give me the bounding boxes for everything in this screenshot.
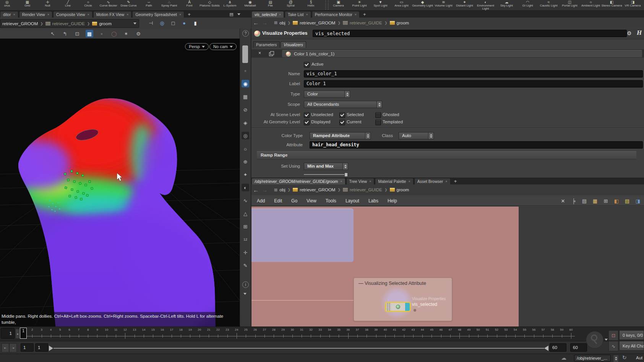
tab-take-list[interactable]: Take List× (285, 11, 311, 18)
select-tool-icon[interactable]: ↖ (49, 30, 57, 37)
visualizer-name-field[interactable]: vis_selected (313, 30, 627, 37)
grid-overview-icon[interactable]: ▦ (591, 197, 599, 205)
shelf-tool-spot-light[interactable]: ▼Spot Light (370, 0, 391, 10)
grid-snap-icon[interactable]: ⊞ (242, 223, 249, 230)
shelf-tool-path[interactable]: ∽Path (139, 0, 159, 10)
class-spinner-icon[interactable] (428, 132, 434, 139)
shelf-tool-camera[interactable]: ▣Camera (328, 0, 349, 10)
breadcrumb-groom[interactable]: groom (388, 187, 411, 193)
frame-36[interactable]: 36 (346, 328, 350, 331)
persp-view-button[interactable]: Persp (185, 43, 209, 50)
cleanup-icon[interactable]: ✕ (559, 197, 567, 205)
shelf-tool-file[interactable]: ▤File (260, 0, 281, 10)
shelf-tool-gi-light[interactable]: ◠GI Light (517, 0, 538, 10)
frame-29[interactable]: 29 (281, 328, 285, 331)
frame-28[interactable]: 28 (272, 328, 276, 331)
message-log-icon[interactable]: ☁ (561, 355, 566, 361)
frame-15[interactable]: 15 (151, 328, 155, 331)
go-to-end-icon[interactable]: ⇥ (9, 343, 17, 352)
visibility-icon[interactable]: ◉ (242, 80, 249, 87)
frame-25[interactable]: 25 (244, 328, 248, 331)
frame-37[interactable]: 37 (356, 328, 359, 331)
frame-18[interactable]: 18 (179, 328, 183, 331)
frame-51[interactable]: 51 (486, 328, 489, 331)
frame-55[interactable]: 55 (523, 328, 526, 331)
frame-27[interactable]: 27 (263, 328, 266, 331)
net-forward-arrow-icon[interactable]: → (262, 187, 268, 193)
range-right-handle[interactable] (544, 346, 548, 351)
ramp-slider[interactable] (304, 174, 346, 175)
frame-33[interactable]: 33 (318, 328, 322, 331)
shelf-tool-volume-light[interactable]: ≋Volume Light (433, 0, 454, 10)
shelf-tool-spiral[interactable]: @Spiral (281, 0, 301, 10)
visualizer-entry[interactable]: Color 1 (vis_color_1) (282, 50, 642, 57)
frame-47[interactable]: 47 (449, 328, 452, 331)
menu-view[interactable]: View (307, 198, 316, 204)
frame-59[interactable]: 59 (560, 328, 563, 331)
frame-11[interactable]: 11 (114, 328, 117, 331)
breadcrumb-groom[interactable]: groom (388, 20, 411, 26)
tab-vis-selected[interactable]: vis_selected× (251, 11, 284, 18)
ghost-geometry-icon[interactable]: ◈ (242, 119, 249, 126)
net-back-arrow-icon[interactable]: ← (253, 187, 259, 193)
menu-layout[interactable]: Layout (346, 198, 359, 204)
select-visible-icon[interactable]: ✦ (242, 171, 249, 178)
frame-46[interactable]: 46 (439, 328, 443, 331)
range-end-field[interactable]: 60 (550, 343, 566, 352)
close-tab-icon[interactable]: × (408, 179, 410, 183)
keys-status-button[interactable]: 0 keys, 0/0 (619, 330, 644, 340)
tab-geometry-spreadsheet[interactable]: Geometry Spreadsheet× (132, 11, 184, 18)
scene-path-field[interactable]: retriever_GROOM❯retriever_GUIDE❯groom (0, 19, 139, 28)
ghosted-checkbox[interactable] (375, 112, 381, 118)
pane-dropdown-icon[interactable] (237, 13, 240, 15)
copy-visualizer-icon[interactable] (269, 51, 273, 55)
snapping-icon[interactable]: ✶ (122, 30, 130, 37)
new-tab-button[interactable]: + (360, 11, 369, 18)
stroke-icon[interactable]: ∿ (242, 197, 249, 204)
frame-19[interactable]: 19 (188, 328, 192, 331)
set-using-dropdown[interactable]: Min and Max (304, 163, 348, 170)
refresh-icon[interactable]: ↻ (622, 354, 627, 360)
ramp-range-section[interactable]: Ramp Range (257, 151, 636, 159)
frame-6[interactable]: 6 (68, 328, 70, 331)
shelf-tool-curve-bezier[interactable]: ∿Curve Bezier (98, 0, 118, 10)
frame-41[interactable]: 41 (393, 328, 396, 331)
menu-labs[interactable]: Labs (368, 198, 378, 204)
frame-20[interactable]: 20 (198, 328, 201, 331)
selected-checkbox[interactable] (339, 112, 345, 118)
go-to-start-icon[interactable]: ⇤ (2, 343, 9, 352)
frame-2[interactable]: 2 (31, 328, 33, 331)
tab-motion-fx-view[interactable]: Motion FX View× (93, 11, 132, 18)
animation-editor-icon[interactable]: ∿ (608, 341, 618, 351)
dots-grid-icon[interactable]: ⊞ (602, 197, 610, 205)
close-tab-icon[interactable]: × (355, 13, 357, 16)
shelf-tool-stereo-camera[interactable]: ◧Stereo Camera (601, 0, 622, 10)
frame-ruler[interactable]: 1 ◂ ▸ 1234567891011121314151617181920212… (0, 326, 644, 341)
node-display-flag[interactable] (405, 303, 410, 311)
frame-30[interactable]: 30 (290, 328, 294, 331)
lasso-select-icon[interactable]: ↰ (61, 30, 69, 37)
menu-help[interactable]: Help (388, 198, 397, 204)
view-camera-icon[interactable]: ◎ (242, 132, 249, 139)
frame-32[interactable]: 32 (309, 328, 313, 331)
active-checkbox[interactable] (304, 62, 310, 68)
breadcrumb-obj[interactable]: ⊞obj (272, 187, 287, 193)
frame-21[interactable]: 21 (207, 328, 211, 331)
frame-14[interactable]: 14 (142, 328, 146, 331)
scene-viewport[interactable]: Persp No cam Middle pans. Right dollies.… (0, 39, 240, 326)
keyframe-settings-icon[interactable]: ⊡ (608, 330, 618, 341)
shelf-tool-spray-paint[interactable]: ∴Spray Paint (159, 0, 179, 10)
frame-42[interactable]: 42 (402, 328, 406, 331)
linked-view-icon[interactable]: ◎ (158, 19, 166, 27)
breadcrumb-retriever-groom[interactable]: retriever_GROOM (0, 21, 40, 27)
shading-mode-icon[interactable]: ◐ (242, 184, 249, 191)
lock-icon[interactable]: ⊘ (242, 106, 249, 113)
path-dropdown-icon[interactable] (133, 23, 136, 24)
shelf-tool-point-light[interactable]: ☀Point Light (349, 0, 370, 10)
tab-render-view[interactable]: Render View× (19, 11, 52, 18)
status-spinner-icon[interactable] (613, 355, 619, 362)
ramp-slider-handle[interactable] (344, 173, 348, 177)
frame-60[interactable]: 60 (569, 328, 573, 331)
strip-collapse-icon[interactable] (243, 293, 247, 295)
network-canvas[interactable]: — Visualizing Selected Attribute Visuali… (251, 207, 644, 326)
